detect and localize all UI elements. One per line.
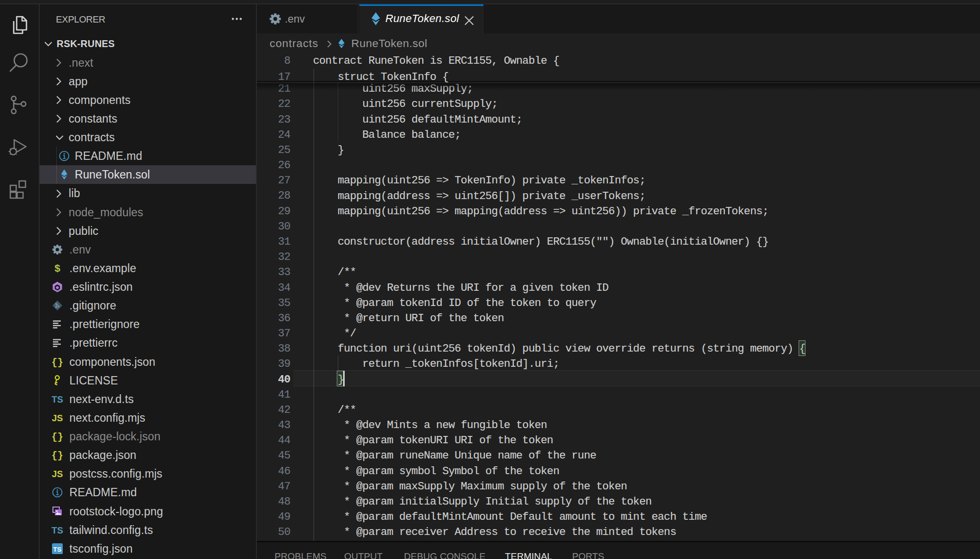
svg-text:{}: {} xyxy=(51,357,63,368)
svg-text:JS: JS xyxy=(52,413,63,423)
svg-text:TS: TS xyxy=(53,545,61,553)
svg-text:TS: TS xyxy=(51,394,63,405)
svg-text:$: $ xyxy=(54,262,60,274)
svg-text:TS: TS xyxy=(51,525,63,535)
svg-text:JS: JS xyxy=(52,469,63,479)
svg-text:{}: {} xyxy=(51,432,63,442)
svg-text:{}: {} xyxy=(51,450,63,461)
